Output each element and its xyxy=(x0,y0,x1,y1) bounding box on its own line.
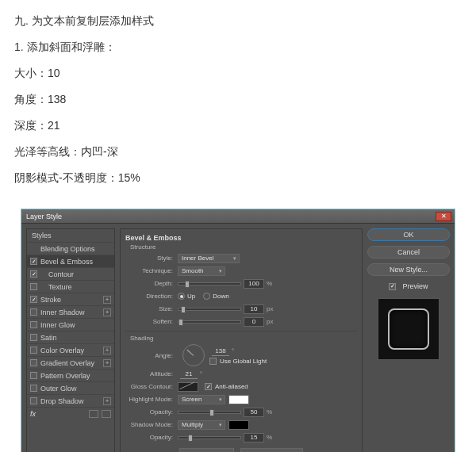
depth-value[interactable]: 100 xyxy=(244,279,264,289)
soften-row: Soften: 0 px xyxy=(125,316,357,328)
satin-checkbox[interactable] xyxy=(30,334,37,341)
soften-unit: px xyxy=(267,318,273,325)
highlight-opacity-slider[interactable] xyxy=(178,411,241,414)
soften-value[interactable]: 0 xyxy=(244,317,264,327)
shading-label: Shading xyxy=(130,335,357,342)
style-row-contour[interactable]: Contour xyxy=(27,267,114,280)
gradient-overlay-add-icon[interactable]: + xyxy=(103,359,111,367)
shadow-opacity-value[interactable]: 15 xyxy=(244,433,264,442)
highlight-color-swatch[interactable] xyxy=(228,395,249,404)
trash-icon[interactable] xyxy=(102,410,111,418)
bevel-emboss-panel: Bevel & Emboss Structure Style: Inner Be… xyxy=(120,228,363,452)
article-heading: 九. 为文本前复制层添加样式 xyxy=(14,13,462,29)
style-row-inner-glow[interactable]: Inner Glow xyxy=(27,318,114,331)
new-style-button[interactable]: New Style... xyxy=(367,263,450,276)
direction-down-radio[interactable] xyxy=(203,293,210,300)
stroke-checkbox[interactable] xyxy=(30,296,37,303)
shadow-mode-label: Shadow Mode: xyxy=(125,421,178,428)
contour-label: Contour xyxy=(40,270,111,278)
styles-footer: fx xyxy=(27,407,114,420)
style-row-gradient-overlay[interactable]: Gradient Overlay+ xyxy=(27,356,114,369)
texture-label: Texture xyxy=(40,283,111,291)
shadow-mode-select[interactable]: Multiply xyxy=(178,420,225,430)
antialiased-checkbox[interactable] xyxy=(205,383,212,390)
close-button[interactable]: ✕ xyxy=(436,212,451,221)
shadow-opacity-slider[interactable] xyxy=(178,436,241,439)
angle-value[interactable]: 138 xyxy=(212,347,229,356)
inner-shadow-add-icon[interactable]: + xyxy=(103,308,111,316)
make-default-button[interactable]: Make Default xyxy=(179,448,234,452)
bevel-emboss-checkbox[interactable] xyxy=(30,258,37,265)
style-row-blending-options[interactable]: Blending Options xyxy=(27,242,114,255)
highlight-opacity-row: Opacity: 50 % xyxy=(125,406,357,418)
soften-slider[interactable] xyxy=(178,320,241,324)
shadow-color-swatch[interactable] xyxy=(228,420,249,430)
style-row-bevel-emboss[interactable]: Bevel & Emboss xyxy=(27,255,114,267)
up-label: Up xyxy=(187,293,195,300)
preview-thumbnail xyxy=(378,298,440,360)
preview-inner xyxy=(388,308,429,350)
contour-checkbox[interactable] xyxy=(30,270,37,278)
color-overlay-checkbox[interactable] xyxy=(30,347,37,354)
style-row-texture[interactable]: Texture xyxy=(27,280,114,293)
titlebar[interactable]: Layer Style ✕ xyxy=(21,209,455,224)
article-line: 1. 添加斜面和浮雕： xyxy=(14,39,462,56)
style-row-inner-shadow[interactable]: Inner Shadow+ xyxy=(27,305,114,318)
inner-shadow-checkbox[interactable] xyxy=(30,308,37,316)
direction-row: Direction: Up Down xyxy=(125,290,357,302)
highlight-mode-label: Highlight Mode: xyxy=(125,396,178,403)
style-label: Style: xyxy=(125,255,178,262)
style-row-stroke[interactable]: Stroke+ xyxy=(27,293,114,305)
drop-shadow-add-icon[interactable]: + xyxy=(103,397,111,405)
angle-dial[interactable] xyxy=(182,344,205,366)
style-row: Style: Inner Bevel xyxy=(125,252,357,264)
style-select[interactable]: Inner Bevel xyxy=(178,254,240,263)
satin-label: Satin xyxy=(40,334,111,342)
article-line: 深度：21 xyxy=(14,117,462,134)
highlight-opacity-value[interactable]: 50 xyxy=(244,408,264,417)
dialog-body: Styles Blending OptionsBevel & EmbossCon… xyxy=(21,224,455,452)
depth-row: Depth: 100 % xyxy=(125,278,357,289)
stroke-add-icon[interactable]: + xyxy=(103,296,111,304)
preview-row: Preview xyxy=(367,282,450,290)
style-row-outer-glow[interactable]: Outer Glow xyxy=(27,381,114,394)
altitude-value[interactable]: 21 xyxy=(180,370,198,379)
altitude-row: Altitude: 21 ° xyxy=(125,368,357,380)
inner-glow-checkbox[interactable] xyxy=(30,321,37,328)
bevel-emboss-label: Bevel & Emboss xyxy=(40,258,111,266)
style-row-pattern-overlay[interactable]: Pattern Overlay xyxy=(27,369,114,381)
size-value[interactable]: 10 xyxy=(244,305,264,314)
color-overlay-add-icon[interactable]: + xyxy=(103,347,111,354)
technique-select[interactable]: Smooth xyxy=(178,266,225,276)
down-label: Down xyxy=(213,293,228,300)
style-row-color-overlay[interactable]: Color Overlay+ xyxy=(27,343,114,356)
footer-icon[interactable] xyxy=(89,410,98,418)
angle-label: Angle: xyxy=(125,352,178,359)
article-line: 光泽等高线：内凹-深 xyxy=(14,144,462,160)
style-row-drop-shadow[interactable]: Drop Shadow+ xyxy=(27,394,114,407)
highlight-mode-select[interactable]: Screen xyxy=(178,395,225,404)
size-label: Size: xyxy=(125,305,178,312)
outer-glow-checkbox[interactable] xyxy=(30,385,37,392)
technique-label: Technique: xyxy=(125,267,178,274)
reset-default-button[interactable]: Reset to Default xyxy=(240,448,303,452)
style-row-satin[interactable]: Satin xyxy=(27,331,114,343)
article-line: 大小：10 xyxy=(14,65,462,82)
cancel-button[interactable]: Cancel xyxy=(367,246,450,259)
soften-label: Soften: xyxy=(125,318,178,325)
preview-checkbox[interactable] xyxy=(389,283,396,290)
gradient-overlay-checkbox[interactable] xyxy=(30,359,37,366)
texture-checkbox[interactable] xyxy=(30,283,37,290)
gloss-contour-picker[interactable] xyxy=(178,382,198,392)
pattern-overlay-checkbox[interactable] xyxy=(30,372,37,379)
ok-button[interactable]: OK xyxy=(367,228,450,241)
structure-label: Structure xyxy=(130,243,357,251)
highlight-opacity-unit: % xyxy=(267,408,272,416)
size-slider[interactable] xyxy=(178,308,241,311)
direction-up-radio[interactable] xyxy=(178,293,185,300)
outer-glow-label: Outer Glow xyxy=(40,385,111,393)
depth-slider[interactable] xyxy=(178,282,241,285)
depth-label: Depth: xyxy=(125,280,178,287)
global-light-checkbox[interactable] xyxy=(209,358,217,365)
drop-shadow-checkbox[interactable] xyxy=(30,397,37,404)
